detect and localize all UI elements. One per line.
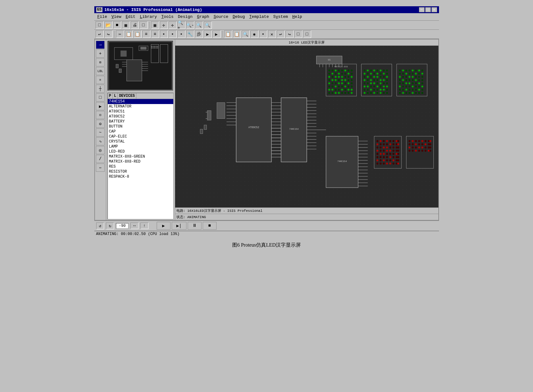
menu-file[interactable]: File bbox=[96, 14, 109, 20]
tape-btn[interactable]: ~ bbox=[96, 128, 105, 137]
find-button[interactable]: 🔍 bbox=[242, 30, 250, 38]
svg-rect-12 bbox=[151, 48, 152, 49]
block-delete-button[interactable]: ▪ bbox=[169, 30, 177, 38]
device-at89c52[interactable]: AT89C52 bbox=[108, 114, 173, 119]
save-as-button[interactable]: ▦ bbox=[122, 21, 130, 29]
print-button[interactable]: 🖨 bbox=[131, 21, 139, 29]
menu-tools[interactable]: Tools bbox=[159, 14, 175, 20]
bom-button[interactable]: 📋 bbox=[233, 30, 241, 38]
rotate-ccw-button[interactable]: ↺ bbox=[96, 222, 104, 229]
device-res[interactable]: RES bbox=[108, 164, 173, 169]
device-74hc154[interactable]: 74HC154 bbox=[108, 99, 173, 104]
menu-debug[interactable]: Debug bbox=[231, 14, 247, 20]
menu-edit[interactable]: Edit bbox=[124, 14, 137, 20]
redo-button[interactable]: ↪ bbox=[104, 30, 112, 38]
menu-design[interactable]: Design bbox=[176, 14, 195, 20]
step-button[interactable]: 步 bbox=[195, 30, 203, 38]
sim-step-button[interactable]: ▶| bbox=[172, 222, 186, 230]
minimize-button[interactable]: ─ bbox=[419, 7, 425, 12]
sub-btn[interactable]: □ bbox=[96, 93, 105, 102]
sheet-back-button[interactable]: □ bbox=[294, 30, 302, 38]
paste-button[interactable]: 📋 bbox=[133, 30, 142, 38]
device-cap-elec[interactable]: CAP-ELEC bbox=[108, 134, 173, 139]
menu-view[interactable]: View bbox=[110, 14, 123, 20]
box-btn[interactable]: ▭ bbox=[96, 164, 105, 172]
cut-button[interactable]: ✂ bbox=[116, 30, 124, 38]
redo2-button[interactable]: ↪ bbox=[285, 30, 294, 38]
device-cap[interactable]: CAP bbox=[108, 129, 173, 134]
device-battery[interactable]: BATTERY bbox=[108, 119, 173, 124]
component-btn[interactable]: + bbox=[96, 50, 105, 58]
animate-button[interactable]: ▶ bbox=[212, 30, 221, 38]
pick-device-button[interactable]: 🔧 bbox=[186, 30, 194, 38]
sheet-fwd-button[interactable]: □ bbox=[303, 30, 311, 38]
block-move-button[interactable]: ≡ bbox=[151, 30, 159, 38]
junction-btn[interactable]: ⊞ bbox=[96, 58, 105, 66]
device-led-red[interactable]: LED-RED bbox=[108, 149, 173, 154]
menu-source[interactable]: Source bbox=[212, 14, 230, 20]
reset-button[interactable]: ▪ bbox=[259, 30, 267, 38]
probe-btn[interactable]: ◎ bbox=[96, 146, 105, 154]
bus-btn[interactable]: ┼ bbox=[96, 85, 105, 93]
svg-point-222 bbox=[415, 73, 417, 75]
svg-text:MATRIX-8X8: MATRIX-8X8 bbox=[334, 65, 348, 68]
device-at89c51[interactable]: AT89C51 bbox=[108, 109, 173, 114]
undo2-button[interactable]: ↩ bbox=[277, 30, 285, 38]
device-alternator[interactable]: ALTERNATOR bbox=[108, 104, 173, 109]
property-button[interactable]: ▪ bbox=[177, 30, 186, 38]
device-respack8[interactable]: RESPACK-8 bbox=[108, 174, 173, 179]
maximize-button[interactable]: □ bbox=[425, 7, 431, 12]
netlist-button[interactable]: 📋 bbox=[224, 30, 232, 38]
schematic-canvas[interactable]: AT89C52 bbox=[175, 46, 438, 207]
mirror-h-button[interactable]: ↔ bbox=[130, 222, 138, 229]
delete-button[interactable]: ✕ bbox=[268, 30, 276, 38]
close-button[interactable]: ✕ bbox=[431, 7, 437, 12]
device-lamp[interactable]: LAMP bbox=[108, 144, 173, 149]
device-crystal[interactable]: CRYSTAL bbox=[108, 139, 173, 144]
sim-stop-button[interactable]: ■ bbox=[203, 222, 217, 230]
toolbar-sep1 bbox=[149, 22, 149, 29]
copy-button[interactable]: 📋 bbox=[125, 30, 133, 38]
sim-play-button[interactable]: ▶ bbox=[157, 222, 170, 230]
sim-pause-button[interactable]: ⏸ bbox=[188, 222, 201, 230]
zoom-area-button[interactable]: 🔍 bbox=[204, 21, 212, 29]
mirror-v-button[interactable]: ↑ bbox=[140, 222, 149, 229]
save-button[interactable]: ■ bbox=[113, 21, 121, 29]
graph-btn[interactable]: ⊙ bbox=[96, 120, 105, 128]
select-mode-btn[interactable]: → bbox=[96, 41, 105, 49]
text-btn[interactable]: ≡ bbox=[96, 76, 105, 84]
menu-system[interactable]: System bbox=[271, 14, 290, 20]
device-matrix-green[interactable]: MATRIX-8X8-GREEN bbox=[108, 154, 173, 159]
rotate-cw-button[interactable]: ↻ bbox=[106, 222, 114, 229]
crosshair-button[interactable]: ✛ bbox=[160, 21, 168, 29]
open-button[interactable]: 📂 bbox=[104, 21, 112, 29]
undo-button[interactable]: ↩ bbox=[96, 30, 104, 38]
menu-library[interactable]: Library bbox=[138, 14, 159, 20]
svg-point-175 bbox=[386, 79, 388, 81]
svg-point-302 bbox=[379, 140, 381, 142]
signal-btn[interactable]: ∿ bbox=[96, 137, 105, 145]
zoom-in-button[interactable]: 🔍+ bbox=[177, 21, 186, 29]
print-preview-button[interactable]: □ bbox=[139, 21, 148, 29]
mark-button[interactable]: ✱ bbox=[250, 30, 259, 38]
run-button[interactable]: ▶ bbox=[204, 30, 212, 38]
menu-graph[interactable]: Graph bbox=[195, 14, 211, 20]
block-copy-button[interactable]: ≡ bbox=[142, 30, 150, 38]
menu-help[interactable]: Help bbox=[290, 14, 304, 20]
terminal-btn[interactable]: ▶ bbox=[96, 102, 105, 110]
device-resistor[interactable]: RESISTOR bbox=[108, 169, 173, 174]
block-rotate-button[interactable]: ▪ bbox=[160, 30, 168, 38]
zoom-fit-button[interactable]: 🔍 bbox=[195, 21, 203, 29]
line-btn[interactable]: / bbox=[96, 155, 105, 163]
menu-template[interactable]: Template bbox=[248, 14, 271, 20]
device-matrix-red[interactable]: MATRIX-8X8-RED bbox=[108, 159, 173, 164]
zoom-out-button[interactable]: 🔍- bbox=[186, 21, 194, 29]
component-pick-button[interactable]: ▦ bbox=[151, 21, 159, 29]
pin-btn[interactable]: ⊡ bbox=[96, 111, 105, 119]
device-button[interactable]: BUTTON bbox=[108, 124, 173, 129]
new-button[interactable]: □ bbox=[96, 21, 104, 29]
svg-point-185 bbox=[367, 86, 368, 87]
wire-label-btn[interactable]: LBL bbox=[96, 67, 105, 75]
move-button[interactable]: ✛ bbox=[169, 21, 177, 29]
svg-point-350 bbox=[379, 159, 381, 161]
